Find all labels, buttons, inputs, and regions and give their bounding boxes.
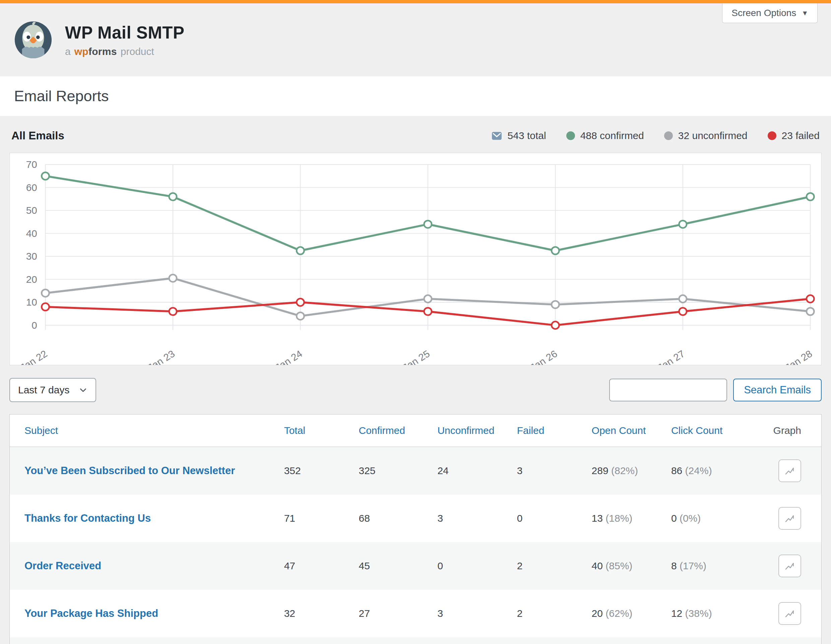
- failed-cell: 2: [517, 542, 592, 590]
- open_count-cell: 13 (18%): [592, 495, 671, 542]
- confirmed-cell: 45: [358, 542, 437, 590]
- column-header-graph: Graph: [760, 415, 821, 447]
- legend-label: 488 confirmed: [580, 130, 644, 142]
- sort-link-failed[interactable]: Failed: [517, 425, 544, 436]
- failed-cell: 0: [517, 637, 592, 644]
- search-emails-button[interactable]: Search Emails: [733, 378, 821, 401]
- sort-link-open_count[interactable]: Open Count: [592, 425, 646, 436]
- search-input[interactable]: [609, 378, 727, 401]
- mini-graph-icon: [784, 608, 796, 619]
- sort-link-click_count[interactable]: Click Count: [671, 425, 723, 436]
- confirmed-cell: 27: [358, 590, 437, 637]
- table-row: Order Received47450240 (85%)8 (17%): [10, 542, 821, 590]
- open_count-cell: 20 (62%): [592, 590, 671, 637]
- sort-link-confirmed[interactable]: Confirmed: [358, 425, 405, 436]
- column-header-total: Total: [284, 415, 359, 447]
- email-volume-chart: 010203040506070Jan 22Jan 23Jan 24Jan 25J…: [10, 153, 821, 365]
- wpforms-wordmark: wpforms: [75, 46, 117, 57]
- legend-dot-icon: [768, 131, 776, 140]
- legend-label: 32 unconfirmed: [678, 130, 748, 142]
- svg-text:20: 20: [26, 274, 37, 285]
- email-subject-link[interactable]: You’ve Been Subscribed to Our Newsletter: [24, 465, 235, 477]
- top-accent-bar: [0, 0, 831, 3]
- mini-graph-icon: [784, 560, 796, 572]
- plugin-header: WP Mail SMTP a wpforms product Screen Op…: [0, 3, 831, 76]
- click_count-cell: 8 (17%): [671, 542, 760, 590]
- click_count-cell: 86 (24%): [671, 447, 760, 495]
- legend-dot-icon: [566, 131, 575, 140]
- unconfirmed-cell: 3: [437, 590, 517, 637]
- filter-row: Last 7 days Search Emails: [10, 378, 821, 402]
- sort-link-subject[interactable]: Subject: [24, 425, 58, 436]
- graph-button[interactable]: [778, 555, 801, 577]
- brand-text: WP Mail SMTP a wpforms product: [65, 23, 184, 57]
- svg-text:Jan 23: Jan 23: [146, 348, 177, 365]
- column-label-graph: Graph: [774, 425, 801, 436]
- chevron-down-icon: [79, 386, 88, 394]
- open_count-cell: 24 (86%): [592, 637, 671, 644]
- mini-graph-icon: [784, 513, 796, 524]
- svg-text:Jan 25: Jan 25: [400, 348, 431, 365]
- legend-item: 32 unconfirmed: [664, 130, 748, 142]
- email-subject-link[interactable]: Thanks for Contacting Us: [24, 512, 151, 524]
- tagline-prefix: a: [65, 46, 71, 57]
- svg-text:50: 50: [26, 205, 37, 216]
- sort-link-total[interactable]: Total: [284, 425, 305, 436]
- open_count-cell: 40 (85%): [592, 542, 671, 590]
- graph-button[interactable]: [778, 602, 801, 625]
- summary-row: All Emails 543 total488 confirmed32 unco…: [10, 128, 821, 153]
- sort-link-unconfirmed[interactable]: Unconfirmed: [437, 425, 494, 436]
- date-range-value: Last 7 days: [18, 384, 69, 396]
- unconfirmed-cell: 3: [437, 495, 517, 542]
- screen-options-label: Screen Options: [731, 8, 796, 18]
- page-title: Email Reports: [14, 87, 817, 105]
- legend-dot-icon: [664, 131, 673, 140]
- legend-label: 23 failed: [782, 130, 820, 142]
- total-cell: 32: [284, 590, 359, 637]
- svg-text:40: 40: [26, 228, 37, 239]
- graph-button[interactable]: [778, 460, 801, 482]
- email-reports-table: SubjectTotalConfirmedUnconfirmedFailedOp…: [10, 415, 821, 644]
- open_count-cell: 289 (82%): [592, 447, 671, 495]
- section-title: All Emails: [11, 129, 64, 142]
- table-row: Thanks for Contacting Us71683013 (18%)0 …: [10, 495, 821, 542]
- graph-cell: [760, 447, 821, 495]
- unconfirmed-cell: 0: [437, 542, 517, 590]
- svg-text:60: 60: [26, 182, 37, 193]
- table-header: SubjectTotalConfirmedUnconfirmedFailedOp…: [10, 415, 821, 447]
- graph-button[interactable]: [778, 507, 801, 530]
- total-cell: 352: [284, 447, 359, 495]
- email-reports-content: All Emails 543 total488 confirmed32 unco…: [0, 116, 831, 644]
- unconfirmed-cell: 2: [437, 637, 517, 644]
- legend-label: 543 total: [508, 130, 546, 142]
- column-header-unconfirmed: Unconfirmed: [437, 415, 517, 447]
- app-title: WP Mail SMTP: [65, 23, 184, 43]
- column-header-click_count: Click Count: [671, 415, 760, 447]
- table-header-row: SubjectTotalConfirmedUnconfirmedFailedOp…: [10, 415, 821, 447]
- total-cell: 71: [284, 495, 359, 542]
- click_count-cell: 12 (38%): [671, 590, 760, 637]
- email-subject-link[interactable]: Your Package Has Shipped: [24, 607, 158, 619]
- wp-mail-smtp-logo: [13, 20, 53, 60]
- email-subject-link[interactable]: Order Received: [24, 560, 101, 572]
- click_count-cell: 8 (29%): [671, 637, 760, 644]
- legend-item: 488 confirmed: [566, 130, 644, 142]
- chart-legend: 543 total488 confirmed32 unconfirmed23 f…: [491, 130, 820, 142]
- date-range-select[interactable]: Last 7 days: [10, 378, 96, 402]
- column-header-failed: Failed: [517, 415, 592, 447]
- app-tagline: a wpforms product: [65, 46, 184, 57]
- svg-text:Jan 26: Jan 26: [528, 348, 559, 365]
- graph-cell: [760, 590, 821, 637]
- page-title-band: Email Reports: [0, 76, 831, 116]
- total-cell: 47: [284, 542, 359, 590]
- pigeon-mascot-icon: [13, 20, 53, 60]
- confirmed-cell: 68: [358, 495, 437, 542]
- click_count-cell: 0 (0%): [671, 495, 760, 542]
- failed-cell: 2: [517, 590, 592, 637]
- table-row: Your Package Has Shipped32273220 (62%)12…: [10, 590, 821, 637]
- chevron-down-icon: ▼: [802, 10, 808, 16]
- mini-graph-icon: [784, 465, 796, 477]
- screen-options-button[interactable]: Screen Options ▼: [722, 3, 818, 23]
- graph-cell: [760, 637, 821, 644]
- svg-text:Jan 28: Jan 28: [783, 348, 814, 365]
